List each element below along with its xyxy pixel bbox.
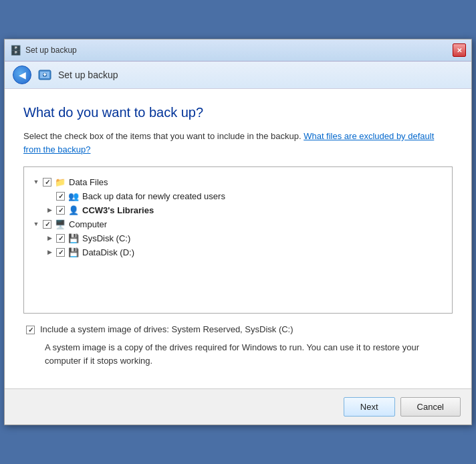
page-description: Select the check box of the items that y… bbox=[23, 130, 453, 156]
drive-icon-data: 💾 bbox=[68, 246, 80, 258]
tree-node-data-files: 📁 Data Files bbox=[32, 176, 444, 188]
checkbox-ccw3-libraries[interactable] bbox=[56, 206, 65, 215]
title-bar-left: 🗄️ Set up backup bbox=[10, 45, 77, 55]
tree-node-sysdisk: 💾 SysDisk (C:) bbox=[45, 232, 444, 244]
content-area: What do you want to back up? Select the … bbox=[5, 89, 471, 388]
checkbox-datadisk[interactable] bbox=[56, 248, 65, 257]
title-bar: 🗄️ Set up backup ✕ bbox=[5, 39, 471, 62]
next-button[interactable]: Next bbox=[344, 397, 395, 417]
drive-icon-sys: 💾 bbox=[68, 232, 80, 244]
footer: Next Cancel bbox=[5, 388, 471, 425]
cancel-button[interactable]: Cancel bbox=[400, 397, 461, 417]
computer-icon: 🖥️ bbox=[54, 218, 66, 230]
checkbox-computer[interactable] bbox=[43, 220, 51, 229]
children-data-files: 👥 Back up data for newly created users 👤… bbox=[45, 190, 444, 216]
expander-computer[interactable] bbox=[32, 220, 40, 228]
tree-node-ccw3-libraries: 👤 CCW3's Libraries bbox=[45, 204, 444, 216]
users-icon-ccw3: 👤 bbox=[68, 204, 80, 216]
page-title: What do you want to back up? bbox=[23, 105, 453, 120]
expander-sysdisk[interactable] bbox=[45, 234, 53, 242]
title-bar-icon: 🗄️ bbox=[10, 45, 21, 55]
label-ccw3-libraries: CCW3's Libraries bbox=[82, 205, 154, 215]
back-button[interactable]: ◀ bbox=[13, 66, 31, 84]
label-data-files: Data Files bbox=[69, 177, 108, 187]
tree-node-datadisk: 💾 DataDisk (D:) bbox=[45, 246, 444, 258]
tree-node-backup-new-users: 👥 Back up data for newly created users bbox=[45, 190, 444, 202]
nav-title: Set up backup bbox=[58, 70, 118, 80]
label-datadisk: DataDisk (D:) bbox=[82, 247, 134, 257]
users-icon-backup-new: 👥 bbox=[68, 190, 80, 202]
system-image-row: Include a system image of drives: System… bbox=[23, 324, 453, 334]
tree-node-computer: 🖥️ Computer bbox=[32, 218, 444, 230]
folder-icon-data-files: 📁 bbox=[54, 176, 66, 188]
expander-datadisk[interactable] bbox=[45, 248, 53, 256]
label-computer: Computer bbox=[69, 219, 107, 229]
nav-bar: ◀ Set up backup bbox=[5, 62, 471, 89]
main-window: 🗄️ Set up backup ✕ ◀ Set up backup What … bbox=[4, 39, 472, 425]
children-computer: 💾 SysDisk (C:) 💾 DataDisk (D:) bbox=[45, 232, 444, 258]
label-backup-new-users: Back up data for newly created users bbox=[82, 191, 225, 201]
system-image-description: A system image is a copy of the drives r… bbox=[23, 341, 453, 367]
setup-backup-icon bbox=[37, 67, 53, 83]
expander-data-files[interactable] bbox=[32, 178, 40, 186]
checkbox-sysdisk[interactable] bbox=[56, 234, 65, 243]
title-bar-title: Set up backup bbox=[25, 45, 77, 55]
checkbox-data-files[interactable] bbox=[43, 178, 51, 187]
system-image-label: Include a system image of drives: System… bbox=[40, 324, 293, 334]
label-sysdisk: SysDisk (C:) bbox=[82, 233, 130, 243]
checkbox-backup-new-users[interactable] bbox=[56, 192, 65, 201]
backup-tree: 📁 Data Files 👥 Back up data for newly cr… bbox=[23, 166, 453, 314]
expander-ccw3-libraries[interactable] bbox=[45, 206, 53, 214]
checkbox-system-image[interactable] bbox=[26, 326, 35, 334]
close-button[interactable]: ✕ bbox=[453, 43, 466, 57]
